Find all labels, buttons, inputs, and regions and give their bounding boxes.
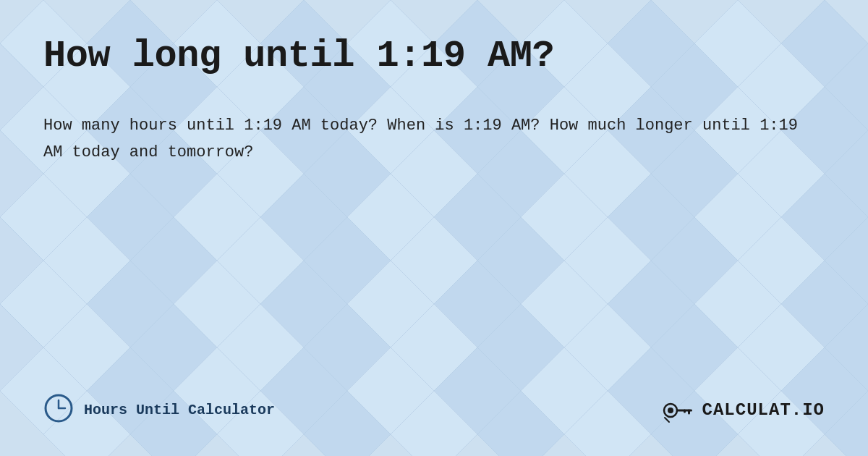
calculator-logo-icon: [662, 397, 698, 423]
svg-point-109: [668, 408, 673, 413]
svg-rect-111: [688, 409, 690, 414]
logo-right: CALCULAT.IO: [662, 397, 825, 423]
page-title: How long until 1:19 AM?: [43, 35, 825, 77]
footer-brand-left: Hours Until Calculator: [43, 393, 275, 427]
footer: Hours Until Calculator CALCULAT.IO: [43, 379, 825, 427]
brand-name: Hours Until Calculator: [84, 402, 275, 418]
svg-rect-112: [684, 409, 686, 413]
main-content: How long until 1:19 AM? How many hours u…: [43, 35, 825, 379]
logo-text: CALCULAT.IO: [702, 400, 825, 420]
page-description: How many hours until 1:19 AM today? When…: [43, 112, 803, 166]
svg-line-113: [665, 418, 669, 422]
clock-icon: [43, 393, 74, 427]
